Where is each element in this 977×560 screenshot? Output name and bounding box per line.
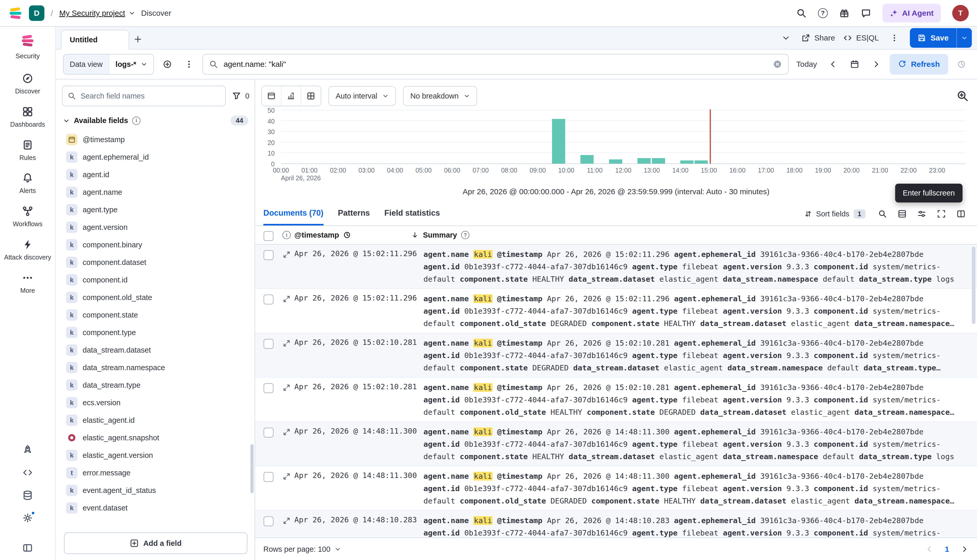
chart-grid-icon[interactable]	[301, 86, 321, 106]
nav-item-workflows[interactable]: Workflows	[2, 200, 53, 233]
field-item[interactable]: kagent.ephemeral_id	[63, 148, 248, 166]
field-item[interactable]: kagent.id	[63, 166, 248, 183]
launch-icon[interactable]	[22, 445, 33, 455]
field-item[interactable]: kdata_stream.type	[63, 376, 248, 394]
tab-field-statistics[interactable]: Field statistics	[385, 202, 440, 225]
field-item[interactable]: kagent.name	[63, 183, 248, 201]
chart-up-icon[interactable]	[281, 86, 301, 106]
table-columns-icon[interactable]	[953, 206, 969, 222]
sort-desc-icon[interactable]	[411, 231, 419, 239]
elastic-logo[interactable]	[8, 6, 23, 20]
available-fields-header[interactable]: Available fields i 44	[63, 115, 248, 126]
rows-per-page-button[interactable]: Rows per page: 100	[263, 545, 341, 553]
row-checkbox[interactable]	[264, 428, 273, 437]
expand-document-icon[interactable]	[279, 248, 294, 285]
tab-untitled[interactable]: Untitled	[61, 30, 129, 50]
histogram-bar[interactable]	[680, 160, 694, 163]
field-item[interactable]: kagent.type	[63, 201, 248, 218]
row-checkbox[interactable]	[264, 472, 273, 482]
data-management-icon[interactable]	[22, 490, 33, 500]
nav-item-attack-discovery[interactable]: Attack discovery	[2, 233, 53, 267]
breakdown-select[interactable]: No breakdown	[403, 86, 477, 106]
field-item[interactable]: kagent.version	[63, 218, 248, 236]
collapse-nav-icon[interactable]	[22, 543, 33, 553]
refresh-button[interactable]: Refresh	[890, 54, 948, 75]
chart-inspect-icon[interactable]	[956, 90, 969, 102]
next-page-icon[interactable]	[960, 545, 969, 553]
histogram-bar[interactable]	[694, 160, 708, 163]
summary-column-header[interactable]: Summary ?	[423, 231, 964, 239]
fullscreen-icon[interactable]	[934, 206, 949, 222]
more-options-icon[interactable]	[887, 31, 902, 45]
expand-document-icon[interactable]	[279, 470, 294, 507]
user-avatar[interactable]: T	[952, 5, 969, 22]
tab-patterns[interactable]: Patterns	[338, 202, 370, 225]
field-item[interactable]: kdata_stream.dataset	[63, 341, 248, 359]
histogram-bar[interactable]	[609, 159, 622, 163]
today-button[interactable]: Today	[794, 60, 820, 68]
select-all-checkbox[interactable]	[264, 231, 273, 241]
add-filter-button[interactable]	[159, 56, 176, 72]
toggle-panel-icon[interactable]	[262, 86, 281, 106]
field-item[interactable]: kcomponent.old_state	[63, 288, 248, 306]
field-item[interactable]: @timestamp	[63, 131, 248, 148]
field-item[interactable]: terror.message	[63, 464, 248, 482]
expand-document-icon[interactable]	[279, 514, 294, 538]
field-item[interactable]: kdata_stream.namespace	[63, 359, 248, 376]
histogram-bar[interactable]	[637, 158, 651, 163]
field-item[interactable]: kelastic_agent.version	[63, 447, 248, 464]
histogram-bar[interactable]	[552, 119, 565, 163]
query-menu-button[interactable]	[181, 56, 197, 72]
time-back-icon[interactable]	[825, 56, 841, 72]
nav-item-discover[interactable]: Discover	[2, 67, 53, 101]
sort-fields-button[interactable]: Sort fields 1	[799, 205, 871, 223]
row-checkbox[interactable]	[264, 250, 273, 260]
field-item[interactable]: kcomponent.binary	[63, 236, 248, 253]
row-checkbox[interactable]	[264, 295, 273, 304]
prev-page-icon[interactable]	[925, 545, 934, 553]
field-item[interactable]: kelastic_agent.id	[63, 412, 248, 429]
esql-button[interactable]: ES|QL	[843, 33, 879, 42]
field-item[interactable]: kevent.dataset	[63, 499, 248, 517]
field-item[interactable]: kecs.version	[63, 394, 248, 412]
expand-document-icon[interactable]	[279, 337, 294, 374]
table-density-icon[interactable]	[894, 206, 910, 222]
save-options-chevron[interactable]	[956, 28, 972, 48]
breadcrumb-project[interactable]: My Security project	[59, 9, 135, 18]
sidebar-scrollbar-thumb[interactable]	[251, 444, 254, 493]
clear-query-icon[interactable]	[773, 60, 782, 68]
add-field-button[interactable]: Add a field	[64, 532, 248, 554]
field-item[interactable]: kcomponent.dataset	[63, 253, 248, 271]
field-item[interactable]: elastic_agent.snapshot	[63, 429, 248, 447]
search-icon[interactable]	[796, 8, 806, 18]
share-button[interactable]: Share	[801, 33, 835, 42]
date-picker-icon[interactable]	[847, 56, 863, 72]
histogram-chart[interactable]: 01020304050 00:0001:0002:0003:0004:0005:…	[261, 109, 968, 183]
field-item[interactable]: kcomponent.state	[63, 306, 248, 324]
table-scrollbar-thumb[interactable]	[972, 247, 975, 324]
time-forward-icon[interactable]	[868, 56, 885, 72]
current-page[interactable]: 1	[945, 545, 949, 553]
nav-item-dashboards[interactable]: Dashboards	[2, 101, 53, 134]
table-search-icon[interactable]	[875, 206, 890, 222]
histogram-bar[interactable]	[652, 158, 665, 163]
tab-list-chevron-icon[interactable]	[779, 31, 793, 45]
nav-item-rules[interactable]: Rules	[2, 134, 53, 167]
expand-document-icon[interactable]	[279, 293, 294, 330]
auto-refresh-icon[interactable]	[953, 56, 970, 72]
auto-interval-select[interactable]: Auto interval	[328, 86, 396, 106]
whats-new-icon[interactable]	[839, 8, 850, 18]
row-checkbox[interactable]	[264, 383, 273, 393]
query-input[interactable]: agent.name: "kali"	[202, 54, 788, 75]
timestamp-column-header[interactable]: @timestamp	[294, 231, 423, 239]
settings-gear-icon[interactable]	[22, 513, 33, 523]
field-item[interactable]: kcomponent.type	[63, 324, 248, 341]
help-icon[interactable]: ?	[818, 8, 828, 18]
field-filter-button[interactable]: 0	[232, 91, 249, 101]
tab-documents[interactable]: Documents (70)	[263, 202, 323, 225]
ai-agent-button[interactable]: AI Agent	[883, 4, 941, 22]
field-item[interactable]: kcomponent.id	[63, 271, 248, 288]
feedback-icon[interactable]	[861, 8, 871, 18]
row-checkbox[interactable]	[264, 339, 273, 349]
new-tab-button[interactable]	[129, 29, 147, 49]
